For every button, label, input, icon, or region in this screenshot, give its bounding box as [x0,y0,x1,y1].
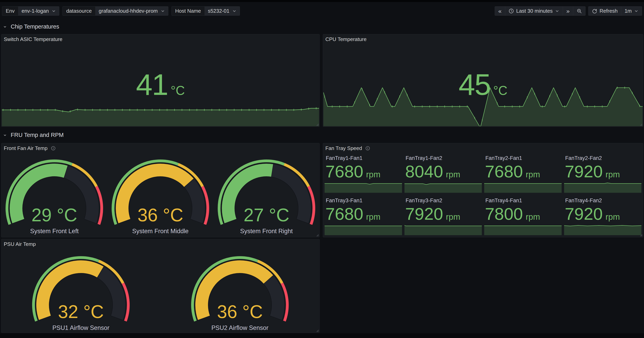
gauge-psu1-airflow-sensor: 32 °CPSU1 Airflow Sensor [31,254,130,332]
info-icon[interactable] [365,146,370,151]
gauge-arc: 32 °C [31,254,130,324]
bottom-page-strip [0,333,644,338]
info-icon[interactable] [51,146,56,151]
chevron-down-icon [3,133,7,137]
fan-stat-fantray3-fan2: FanTray3-Fan27920rpm [404,197,482,235]
variable-datasource-dropdown[interactable]: datasourcegrafanacloud-hhdev-prom [62,6,168,16]
fan-stat-value: 7680rpm [484,162,562,181]
variable-env-dropdown[interactable]: Envenv-1-logan [2,6,59,16]
fan-speed-unit: rpm [606,170,620,179]
zoom-out-time-button[interactable] [573,6,585,15]
fan-stat-fantray1-fan2: FanTray1-Fan28040rpm [404,155,482,193]
time-range-button[interactable]: Last 30 minutes [505,6,563,15]
panel-title[interactable]: Fan Tray Speed [325,145,370,151]
refresh-button[interactable]: Refresh [588,6,621,15]
template-variables: Envenv-1-logandatasourcegrafanacloud-hhd… [2,6,240,16]
chevron-down-icon [52,9,56,13]
fan-speed-number: 7920 [565,162,603,181]
fan-speed-number: 7680 [325,162,363,181]
fan-speed-unit: rpm [526,170,540,179]
panel-resize-handle[interactable] [639,123,642,126]
panel-title-text: Switch ASIC Temperature [4,36,62,42]
panel-resize-handle[interactable] [316,233,319,237]
panel-switch-asic-temperature: Switch ASIC Temperature 41°C [1,34,320,127]
variable-value-text: env-1-logan [22,8,49,14]
stat-value: 45 [458,68,490,101]
fan-speed-number: 7680 [325,204,363,224]
time-forward-icon: » [566,8,570,14]
panel-resize-handle[interactable] [316,329,319,332]
section-title: Chip Temperatures [11,23,59,30]
fan-speed-sparkline [484,225,562,235]
fan-stat-fantray2-fan2: FanTray2-Fan27920rpm [564,155,642,193]
panel-title[interactable]: PSU Air Temp [4,241,36,247]
chevron-down-icon [232,9,236,13]
time-shift-back-button[interactable]: « [495,6,505,15]
refresh-interval-button[interactable]: 1m [621,6,642,15]
gauge-system-front-middle: 36 °CSystem Front Middle [111,158,210,235]
panel-title[interactable]: CPU Temperature [325,36,366,42]
panel-title[interactable]: Front Fan Air Temp [4,145,56,151]
gauge-system-front-left: 29 °CSystem Front Left [5,158,104,235]
variable-host-name-dropdown[interactable]: Host Names5232-01 [172,6,240,16]
variable-value[interactable]: env-1-logan [18,6,59,15]
section-title: FRU Temp and RPM [11,132,64,138]
fan-stat-fantray1-fan1: FanTray1-Fan17680rpm [324,155,402,193]
svg-text:29 °C: 29 °C [32,205,77,225]
gauge-arc: 36 °C [190,254,290,324]
fan-speed-number: 8040 [405,162,443,181]
section-header-chip-temperatures[interactable]: Chip Temperatures [3,23,59,30]
section-header-fru-temp-and-rpm[interactable]: FRU Temp and RPM [3,132,64,138]
fan-stat-label: FanTray4-Fan2 [564,197,642,204]
fan-stat-fantray4-fan1: FanTray4-Fan17800rpm [484,197,562,235]
svg-text:36 °C: 36 °C [217,302,263,322]
gauge-label: System Front Left [30,228,79,235]
magnifier-minus-icon [576,8,582,14]
fan-speed-unit: rpm [366,170,380,179]
fan-speed-unit: rpm [446,212,460,222]
fan-speed-number: 7800 [485,204,523,224]
fan-speed-unit: rpm [526,212,540,222]
refresh-label: Refresh [600,8,618,14]
variable-value-text: s5232-01 [208,8,230,14]
fan-stat-label: FanTray3-Fan1 [324,197,402,204]
fan-stat-value: 7680rpm [324,204,402,224]
front-fan-gauges: 29 °CSystem Front Left36 °CSystem Front … [2,158,320,235]
fan-speed-number: 7920 [405,204,443,224]
fan-stat-value: 7920rpm [564,204,642,224]
time-shift-forward-button[interactable]: » [563,6,573,15]
gauge-psu2-airflow-sensor: 36 °CPSU2 Airflow Sensor [190,254,290,332]
gauge-arc: 36 °C [111,158,210,227]
variable-value[interactable]: grafanacloud-hhdev-prom [95,6,168,15]
panel-title[interactable]: Switch ASIC Temperature [4,36,62,42]
chevron-down-icon [634,9,638,13]
panel-resize-handle[interactable] [316,123,319,126]
panel-cpu-temperature: CPU Temperature 45°C [323,34,643,127]
fan-stat-value: 7680rpm [324,162,402,181]
svg-text:36 °C: 36 °C [138,205,183,225]
fan-speed-unit: rpm [446,170,460,179]
clock-icon [508,8,514,14]
fan-stat-fantray4-fan2: FanTray4-Fan27920rpm [564,197,642,235]
stat-value: 41 [136,68,168,101]
fan-stat-label: FanTray4-Fan1 [484,197,562,204]
dashboard-toolbar: Envenv-1-logandatasourcegrafanacloud-hhd… [2,6,642,16]
fan-stat-label: FanTray1-Fan2 [404,155,482,161]
stat-unit: °C [493,83,508,98]
variable-label: datasource [63,6,95,15]
chevron-down-icon [555,9,559,13]
gauge-label: PSU2 Airflow Sensor [211,324,268,332]
panel-resize-handle[interactable] [639,233,642,237]
gauge-system-front-right: 27 °CSystem Front Right [217,158,316,235]
fan-speed-sparkline [324,182,402,193]
fan-stat-value: 7920rpm [564,162,642,181]
fan-speed-sparkline [404,225,482,235]
top-window-strip [0,0,644,2]
variable-label: Env [2,6,18,15]
fan-speed-sparkline [564,182,642,193]
variable-value[interactable]: s5232-01 [204,6,240,15]
time-range-label: Last 30 minutes [516,8,553,14]
gauge-label: System Front Middle [132,228,188,235]
fan-speed-number: 7680 [485,162,523,181]
time-picker-group: « Last 30 minutes » [495,6,586,16]
